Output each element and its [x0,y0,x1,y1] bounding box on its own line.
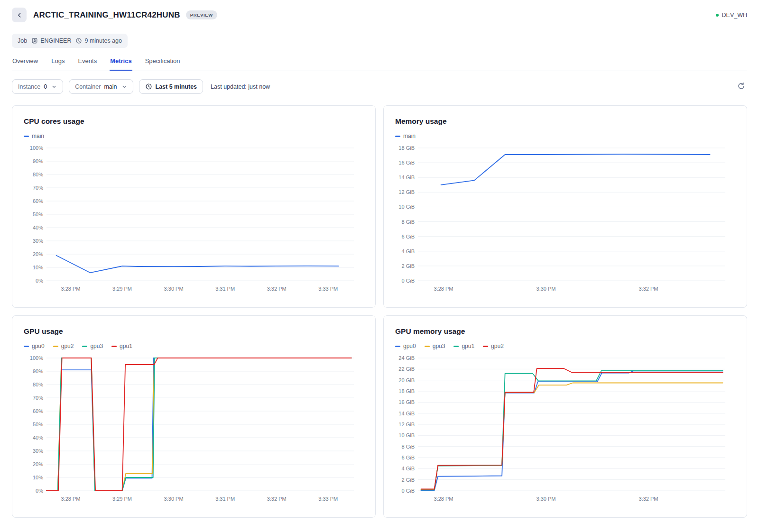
legend-label: gpu3 [433,343,445,349]
charts-grid: CPU cores usage main 0%10%20%30%40%50%60… [12,105,747,518]
legend-item-gpu1: gpu1 [111,343,132,349]
age-label: 9 minutes ago [84,37,122,44]
svg-text:80%: 80% [33,382,43,387]
chevron-down-icon [121,84,127,90]
svg-text:50%: 50% [33,422,43,427]
legend-item-gpu2: gpu2 [53,343,74,349]
svg-text:4 GiB: 4 GiB [401,466,415,471]
chart-legend: gpu0gpu3gpu1gpu2 [395,343,735,349]
svg-text:3:29 PM: 3:29 PM [112,286,132,292]
svg-text:8 GiB: 8 GiB [401,219,415,225]
svg-text:10 GiB: 10 GiB [398,204,415,210]
legend-item-gpu3: gpu3 [425,343,445,349]
svg-text:80%: 80% [33,172,43,177]
svg-text:3:30 PM: 3:30 PM [537,496,556,502]
gpu-usage-panel: GPU usage gpu0gpu2gpu3gpu1 0%10%20%30%40… [12,315,376,518]
legend-dash-icon [395,136,400,137]
svg-text:10%: 10% [33,475,43,480]
container-value: main [104,83,117,90]
legend-item-main: main [24,133,44,139]
chart-legend: gpu0gpu2gpu3gpu1 [24,343,364,349]
legend-label: gpu0 [403,343,416,349]
status-dot-icon [716,14,719,17]
tab-logs[interactable]: Logs [51,55,65,71]
tab-specification[interactable]: Specification [145,55,181,71]
instance-select[interactable]: Instance 0 [12,79,63,94]
legend-dash-icon [425,346,430,347]
preview-badge: PREVIEW [186,10,217,19]
tab-metrics[interactable]: Metrics [110,55,132,71]
svg-text:10%: 10% [33,265,43,270]
legend-dash-icon [395,346,400,347]
time-range-select[interactable]: Last 5 minutes [139,79,204,94]
legend-item-gpu3: gpu3 [82,343,103,349]
legend-dash-icon [24,346,29,347]
svg-text:2 GiB: 2 GiB [401,477,415,483]
svg-text:3:28 PM: 3:28 PM [434,286,454,292]
svg-text:14 GiB: 14 GiB [398,174,415,180]
chevron-down-icon [51,84,57,90]
svg-text:3:30 PM: 3:30 PM [164,286,184,292]
svg-text:3:30 PM: 3:30 PM [537,286,556,292]
svg-text:3:31 PM: 3:31 PM [215,496,235,502]
svg-text:20%: 20% [33,461,43,467]
svg-text:3:31 PM: 3:31 PM [215,286,235,292]
refresh-button[interactable] [735,80,747,93]
container-label: Container [75,83,101,90]
chart-title: Memory usage [395,117,735,126]
legend-item-main: main [395,133,416,139]
svg-text:24 GiB: 24 GiB [398,355,415,361]
svg-text:14 GiB: 14 GiB [398,411,415,416]
svg-text:3:33 PM: 3:33 PM [318,286,338,292]
legend-label: gpu2 [491,343,504,349]
legend-label: gpu2 [61,343,74,349]
gpu-usage-svg: 0%10%20%30%40%50%60%70%80%90%100%3:28 PM… [24,354,357,504]
legend-dash-icon [53,346,58,347]
cpu-usage-svg: 0%10%20%30%40%50%60%70%80%90%100%3:28 PM… [24,144,357,294]
tab-events[interactable]: Events [77,55,97,71]
svg-text:2 GiB: 2 GiB [401,263,415,269]
tab-overview[interactable]: Overview [12,55,38,71]
svg-text:20%: 20% [33,251,43,257]
svg-text:40%: 40% [33,225,43,230]
svg-text:20 GiB: 20 GiB [398,377,415,383]
warehouse-indicator[interactable]: DEV_WH [716,12,747,18]
gpu-memory-usage-svg: 0 GiB2 GiB4 GiB6 GiB8 GiB10 GiB12 GiB14 … [395,354,728,504]
svg-text:6 GiB: 6 GiB [401,455,415,460]
page-title: ARCTIC_TRAINING_HW11CR42HUNB [33,10,180,20]
svg-text:3:33 PM: 3:33 PM [318,496,338,502]
svg-text:16 GiB: 16 GiB [398,160,415,165]
legend-dash-icon [82,346,87,347]
legend-item-gpu0: gpu0 [24,343,45,349]
svg-text:3:28 PM: 3:28 PM [61,286,81,292]
job-meta-bar: Job ENGINEER 9 minutes ago [12,34,128,48]
role-label: ENGINEER [40,37,71,44]
badge-person-icon [31,37,38,44]
svg-text:100%: 100% [30,355,43,361]
svg-text:10 GiB: 10 GiB [398,432,415,438]
instance-label: Instance [18,83,40,90]
back-button[interactable] [12,8,27,22]
svg-text:90%: 90% [33,158,43,164]
svg-text:3:29 PM: 3:29 PM [112,496,132,502]
svg-text:8 GiB: 8 GiB [401,444,415,449]
svg-text:70%: 70% [33,395,43,401]
svg-text:0%: 0% [36,488,43,494]
chart-title: GPU usage [24,327,364,336]
container-select[interactable]: Container main [69,79,133,94]
filter-bar: Instance 0 Container main Last 5 minutes… [12,79,747,94]
svg-text:12 GiB: 12 GiB [398,422,415,427]
legend-item-gpu0: gpu0 [395,343,416,349]
legend-label: main [32,133,44,139]
svg-text:30%: 30% [33,238,43,244]
time-range-value: Last 5 minutes [156,83,197,90]
age-item: 9 minutes ago [75,37,122,44]
svg-text:3:32 PM: 3:32 PM [267,496,287,502]
page-header: ARCTIC_TRAINING_HW11CR42HUNB PREVIEW DEV… [12,8,747,22]
gpu-memory-usage-chart: 0 GiB2 GiB4 GiB6 GiB8 GiB10 GiB12 GiB14 … [395,354,735,506]
last-updated-text: Last updated: just now [211,83,270,90]
memory-usage-chart: 0 GiB2 GiB4 GiB6 GiB8 GiB10 GiB12 GiB14 … [395,144,735,296]
svg-text:16 GiB: 16 GiB [398,399,415,405]
memory-usage-panel: Memory usage main 0 GiB2 GiB4 GiB6 GiB8 … [383,105,747,308]
cpu-usage-chart: 0%10%20%30%40%50%60%70%80%90%100%3:28 PM… [24,144,364,296]
